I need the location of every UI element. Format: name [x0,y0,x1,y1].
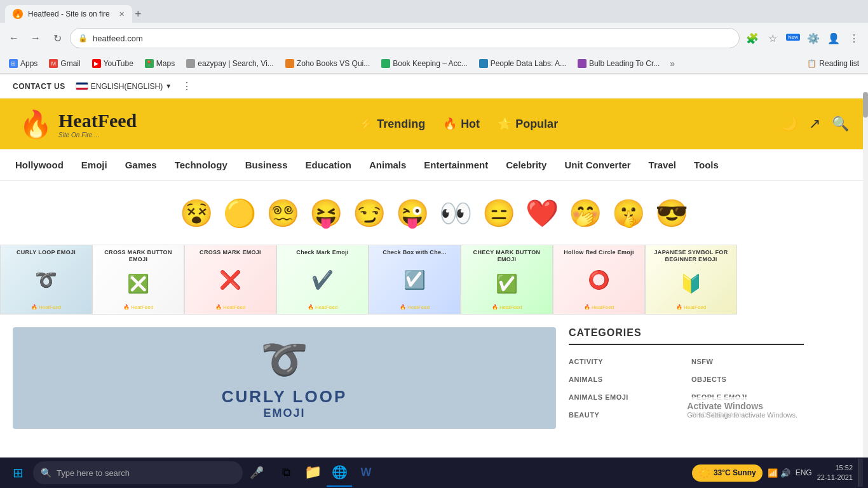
search-placeholder-text: Type here to search [57,468,130,478]
emoji-item[interactable]: 😎 [653,194,691,232]
profile-button[interactable]: 👤 [825,29,843,47]
emoji-item[interactable]: 🟡 [220,194,259,232]
emoji-item[interactable]: 😑 [480,194,518,232]
site-header: 🔥 HeatFeed Site On Fire ... ⚡ Trending 🔥… [0,98,868,149]
emoji-item[interactable]: 😏 [350,194,388,232]
popular-nav-item[interactable]: ⭐ Popular [498,117,558,131]
menu-button[interactable]: ⋮ [845,29,863,47]
taskbar-clock[interactable]: 15:52 22-11-2021 [817,463,853,483]
volume-icon[interactable]: 🔊 [780,468,790,478]
extensions2-button[interactable]: ⚙️ [804,29,822,47]
card-check-box[interactable]: Check Box with Che... ☑️ 🔥 HeatFeed [369,245,461,315]
emoji-item[interactable]: ❤️ [523,194,561,232]
language-selector[interactable]: ENGLISH(ENGLISH) ▼ [76,82,172,91]
category-nsfw[interactable]: NSFW [691,355,804,368]
nav-celebrity[interactable]: Celebrity [497,149,555,180]
nav-hollywood[interactable]: Hollywood [6,149,72,180]
cortana-button[interactable]: 🎤 [245,461,268,484]
show-desktop-button[interactable] [858,459,863,487]
emoji-item[interactable]: 👀 [437,194,475,232]
category-animals-emoji[interactable]: ANIMALS EMOJI [569,391,681,403]
nav-unit-converter[interactable]: Unit Converter [555,149,639,180]
taskbar-app-explorer[interactable]: 📁 [300,459,325,487]
logo-flame-icon[interactable]: 🔥 [19,109,52,140]
card-hollow-red-circle[interactable]: Hollow Red Circle Emoji ⭕ 🔥 HeatFeed [553,245,645,315]
taskbar-app-word[interactable]: W [353,459,379,487]
emoji-item[interactable]: 😜 [393,194,431,232]
bookmark-button[interactable]: ☆ [764,29,782,47]
bookmark-eazypay[interactable]: eazypay | Search, Vi... [182,58,278,69]
back-button[interactable]: ← [5,29,23,47]
bookmarks-more[interactable]: » [670,58,675,69]
nav-technology[interactable]: Technology [166,149,236,180]
weather-temp-text: 33°C Sunny [714,468,756,477]
bookmark-youtube[interactable]: ▶ YouTube [88,58,137,69]
nav-games[interactable]: Games [116,149,166,180]
category-objects[interactable]: OBJECTS [691,373,804,386]
emoji-item[interactable]: 🤫 [609,194,648,232]
nav-tools[interactable]: Tools [685,149,728,180]
bookmark-maps[interactable]: 📍 Maps [141,58,179,69]
category-people-emoji[interactable]: PEOPLE EMOJI [691,391,804,403]
nav-entertainment[interactable]: Entertainment [415,149,497,180]
taskbar-app-chrome[interactable]: 🌐 [327,459,352,487]
contact-us-link[interactable]: CONTACT US [13,82,65,91]
search-icon[interactable]: 🔍 [832,116,849,132]
card-japanese-symbol[interactable]: JAPANESE SYMBOL FOR BEGINNER EMOJI 🔰 🔥 H… [645,245,737,315]
new-badge-button[interactable]: New [784,29,802,47]
card-label: CHECY MARK BUTTON EMOJI [464,249,550,263]
category-activity[interactable]: ACTIVITY [569,355,681,368]
logo-name[interactable]: HeatFeed [58,110,137,132]
bookmark-gmail[interactable]: M Gmail [45,58,84,69]
start-button[interactable]: ⊞ [5,460,31,485]
emoji-item[interactable]: 😝 [307,194,345,232]
dark-mode-icon[interactable]: 🌙 [780,116,797,132]
new-badge: New [786,34,800,41]
trending-icon: ⚡ [359,117,373,131]
reading-list-button[interactable]: 📋 Reading list [803,58,863,69]
extensions-button[interactable]: 🧩 [743,29,761,47]
article-subtitle: EMOJI [263,407,305,420]
card-icon: ✔️ [311,269,334,290]
active-tab[interactable]: 🔥 Heatfeed - Site is on fire ✕ [5,5,132,23]
taskbar-search-box[interactable]: 🔍 Type here to search [33,461,243,484]
nav-emoji[interactable]: Emoji [72,149,116,180]
share-icon[interactable]: ↗ [809,116,820,132]
emoji-item[interactable]: 😵‍💫 [264,194,302,232]
bookmark-bulb[interactable]: Bulb Leading To Cr... [574,58,663,69]
card-cross-mark-button[interactable]: CROSS MARK BUTTON EMOJI ❎ 🔥 HeatFeed [92,245,184,315]
emoji-item[interactable]: 😵 [177,194,215,232]
new-tab-button[interactable]: + [135,8,142,21]
nav-business[interactable]: Business [236,149,297,180]
bookmark-zoho[interactable]: Zoho Books VS Qui... [281,58,374,69]
network-icon[interactable]: 📶 [768,468,778,478]
category-animals[interactable]: ANIMALS [569,373,681,386]
forward-button[interactable]: → [27,29,44,47]
bookmark-apps[interactable]: ⊞ Apps [5,58,41,69]
category-beauty[interactable]: BEAUTY [569,409,681,421]
scrollbar-thumb[interactable] [863,92,868,118]
nav-animals[interactable]: Animals [360,149,415,180]
trending-nav-item[interactable]: ⚡ Trending [359,117,425,131]
weather-widget[interactable]: ☀️ 33°C Sunny [692,464,763,482]
taskbar-app-taskview[interactable]: ⧉ [273,459,299,487]
hot-nav-item[interactable]: 🔥 Hot [443,117,480,131]
nav-travel[interactable]: Travel [640,149,685,180]
card-check-mark[interactable]: Check Mark Emoji ✔️ 🔥 HeatFeed [276,245,369,315]
tab-close-button[interactable]: ✕ [119,10,125,18]
card-check-green[interactable]: CHECY MARK BUTTON EMOJI ✅ 🔥 HeatFeed [461,245,553,315]
reload-button[interactable]: ↻ [48,29,66,47]
address-bar[interactable]: 🔒 heatfeed.com [70,28,740,48]
bookmark-bookkeeping[interactable]: Book Keeping – Acc... [377,58,471,69]
popular-icon: ⭐ [498,117,512,131]
bookkeeping-favicon [381,59,390,68]
explorer-icon: 📁 [304,464,322,480]
card-cross-mark[interactable]: CROSS MARK EMOJI ❌ 🔥 HeatFeed [184,245,276,315]
bookmark-peopledata[interactable]: People Data Labs: A... [475,58,570,69]
card-brand: 🔥 HeatFeed [308,304,337,310]
card-curly-loop[interactable]: CURLY LOOP EMOJI ➰ 🔥 HeatFeed [0,245,92,315]
nav-education[interactable]: Education [296,149,360,180]
category-photography[interactable]: PHOTOGRAPHY [691,409,804,421]
more-options-icon[interactable]: ⋮ [182,80,192,92]
emoji-item[interactable]: 🤭 [566,194,604,232]
